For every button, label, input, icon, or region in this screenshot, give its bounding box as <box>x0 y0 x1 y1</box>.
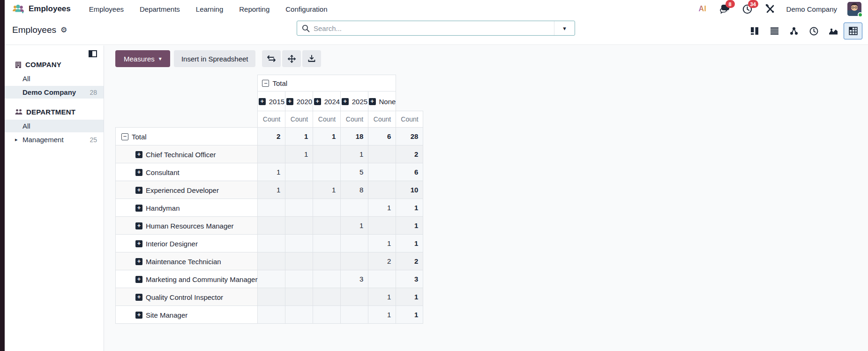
expand-icon[interactable] <box>135 240 142 247</box>
view-pivot-button[interactable] <box>844 23 862 39</box>
expand-icon[interactable] <box>342 98 349 105</box>
row-header[interactable]: Experienced Developer <box>116 181 258 199</box>
app-name: Employees <box>29 4 71 14</box>
measure-header[interactable]: Count <box>368 111 396 128</box>
menu-learning[interactable]: Learning <box>188 0 231 18</box>
breadcrumb: Employees ⚙ <box>12 25 67 35</box>
measure-header[interactable]: Count <box>285 111 313 128</box>
expand-icon[interactable] <box>135 222 142 229</box>
col-header-2020[interactable]: 2020 <box>285 92 313 111</box>
ai-icon[interactable]: AI <box>696 3 709 15</box>
measure-header[interactable]: Count <box>341 111 368 128</box>
row-header[interactable]: Chief Technical Officer <box>116 145 258 163</box>
row-label: Consultant <box>146 168 180 176</box>
row-header-total[interactable]: Total <box>116 128 258 145</box>
search-dropdown-toggle[interactable]: ▾ <box>554 21 575 35</box>
row-header[interactable]: Marketing and Community Manager <box>116 270 258 288</box>
company-switcher[interactable]: Demo Company <box>786 5 837 13</box>
sidebar-collapse-icon[interactable] <box>89 50 97 57</box>
item-label: All <box>22 122 30 130</box>
expand-icon[interactable] <box>314 98 321 105</box>
measure-header[interactable]: Count <box>396 111 423 128</box>
collapse-icon[interactable] <box>121 133 128 140</box>
row-header[interactable]: Human Resources Manager <box>116 217 258 235</box>
app-menu-button[interactable]: Employees <box>12 4 71 14</box>
pivot-corner <box>396 75 423 111</box>
department-filter-management[interactable]: ▸ Management 25 <box>5 133 104 146</box>
row-header[interactable]: Maintenance Technician <box>116 252 258 270</box>
expand-icon[interactable] <box>135 276 142 283</box>
view-kanban-button[interactable] <box>745 23 764 39</box>
flip-axis-button[interactable] <box>262 50 281 67</box>
view-activity-button[interactable] <box>804 23 823 39</box>
row-label: Maintenance Technician <box>146 258 221 266</box>
row-label: Site Manager <box>146 311 187 319</box>
hierarchy-icon <box>790 27 798 35</box>
messages-icon[interactable]: 8 <box>719 3 731 15</box>
view-graph-button[interactable] <box>824 23 843 39</box>
people-icon <box>15 109 22 115</box>
menu-departments[interactable]: Departments <box>132 0 188 18</box>
view-list-button[interactable] <box>765 23 784 39</box>
col-header-none[interactable]: None <box>368 92 396 111</box>
menu-configuration[interactable]: Configuration <box>277 0 335 18</box>
pivot-view: Measures ▾ Insert in Spreadsheet <box>104 46 868 351</box>
debug-tools-icon[interactable] <box>764 3 776 15</box>
expand-caret-icon[interactable]: ▸ <box>15 137 18 143</box>
col-header-2015[interactable]: 2015 <box>258 92 285 111</box>
pivot-toolbar: Measures ▾ Insert in Spreadsheet <box>115 50 868 67</box>
expand-icon[interactable] <box>135 151 142 158</box>
expand-icon[interactable] <box>259 98 266 105</box>
col-header-2024[interactable]: 2024 <box>313 92 341 111</box>
table-row: Human Resources Manager 1 1 <box>116 217 423 235</box>
pivot-actions <box>262 50 321 67</box>
table-row: Experienced Developer 1 1 8 10 <box>116 181 423 199</box>
collapse-icon[interactable] <box>262 80 269 87</box>
download-xlsx-button[interactable] <box>302 50 321 67</box>
search-input[interactable] <box>314 24 554 32</box>
measures-button[interactable]: Measures ▾ <box>115 50 170 67</box>
department-filter-all[interactable]: All <box>5 120 104 132</box>
pivot-table: Total 2015 2020 2024 2025 None Count Cou… <box>115 75 423 324</box>
building-icon <box>15 61 22 68</box>
table-row: Quality Control Inspector 1 1 <box>116 288 423 306</box>
expand-icon[interactable] <box>369 98 376 105</box>
measure-header[interactable]: Count <box>313 111 341 128</box>
measure-header[interactable]: Count <box>258 111 285 128</box>
expand-icon[interactable] <box>286 98 293 105</box>
expand-icon[interactable] <box>135 169 142 176</box>
col-label: 2015 <box>269 98 284 106</box>
menu-reporting[interactable]: Reporting <box>231 0 277 18</box>
view-hierarchy-button[interactable] <box>785 23 803 39</box>
expand-icon[interactable] <box>135 258 142 265</box>
employees-app-icon <box>12 4 24 14</box>
company-filter-demo-company[interactable]: Demo Company 28 <box>5 86 104 99</box>
user-menu[interactable] <box>847 2 861 16</box>
expand-all-button[interactable] <box>282 50 301 67</box>
graph-icon <box>829 27 838 35</box>
row-label: Chief Technical Officer <box>146 151 216 159</box>
flip-axis-icon <box>267 55 276 62</box>
company-filter-all[interactable]: All <box>5 72 104 85</box>
expand-icon[interactable] <box>135 294 142 301</box>
row-header[interactable]: Interior Designer <box>116 235 258 252</box>
row-header[interactable]: Site Manager <box>116 306 258 324</box>
row-header[interactable]: Quality Control Inspector <box>116 288 258 306</box>
section-title: DEPARTMENT <box>26 108 75 116</box>
row-label: Handyman <box>146 204 180 212</box>
expand-icon[interactable] <box>135 187 142 194</box>
insert-in-spreadsheet-button[interactable]: Insert in Spreadsheet <box>174 50 256 67</box>
col-group-total[interactable]: Total <box>258 75 396 92</box>
activities-icon[interactable]: 34 <box>741 3 754 15</box>
row-label: Interior Designer <box>146 240 198 248</box>
expand-icon[interactable] <box>135 312 142 319</box>
expand-icon[interactable] <box>135 205 142 212</box>
col-label: None <box>379 98 396 106</box>
row-header[interactable]: Consultant <box>116 163 258 181</box>
menu-employees[interactable]: Employees <box>81 0 132 18</box>
col-header-2025[interactable]: 2025 <box>341 92 368 111</box>
gear-icon[interactable]: ⚙ <box>60 26 67 34</box>
activities-badge: 34 <box>748 0 758 8</box>
row-header[interactable]: Handyman <box>116 199 258 217</box>
table-row: Interior Designer 1 1 <box>116 235 423 252</box>
